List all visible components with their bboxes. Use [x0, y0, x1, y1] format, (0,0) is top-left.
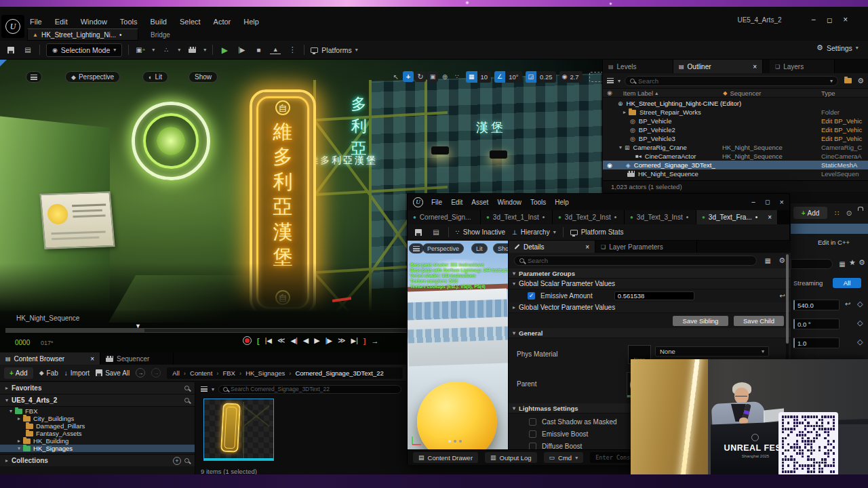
gear-icon[interactable]: ⚙	[778, 256, 785, 265]
tree-item-damaged-pillars[interactable]: Damaged_Pillars	[0, 422, 195, 430]
tab-outliner[interactable]: ▤Outliner ×	[673, 60, 763, 73]
loop-start-icon[interactable]: [	[257, 337, 260, 345]
search-icon[interactable]	[184, 458, 189, 463]
platform-stats-button[interactable]: Platform Stats	[570, 228, 624, 236]
gear-icon[interactable]: ⚙	[857, 77, 864, 85]
cb-save-all-button[interactable]: Save All	[96, 369, 130, 377]
close-icon[interactable]: ×	[780, 198, 784, 206]
tree-item-fantasy-assets[interactable]: Fantasy_Assets	[0, 430, 195, 437]
tab-layers[interactable]: ❏Layers	[770, 60, 835, 73]
rotation-snap-toggle[interactable]: ∠ 10°	[494, 71, 521, 83]
cinematics-icon[interactable]	[186, 45, 197, 56]
grid-snap-toggle[interactable]: ▦ 10	[466, 71, 491, 83]
play-reverse-button[interactable]: ◀	[303, 336, 309, 345]
bridge-tab[interactable]: Bridge	[145, 28, 176, 41]
surface-snap-icon[interactable]: ∵	[452, 71, 462, 82]
menu-tools[interactable]: Tools	[530, 199, 546, 206]
settings-dropdown[interactable]: ⚙ Settings▾	[816, 43, 859, 52]
save-sibling-button[interactable]: Save Sibling	[673, 316, 728, 326]
rotate-tool-icon[interactable]: ↻	[415, 71, 426, 82]
preview-perspective-button[interactable]: Perspective	[422, 243, 464, 253]
step-forward-button[interactable]: |▶	[326, 337, 332, 344]
reset-icon[interactable]: ↩	[780, 292, 785, 300]
tree-item-hk-signages[interactable]: ▾HK_Signages	[0, 445, 195, 452]
selection-mode-dropdown[interactable]: ◉ Selection Mode▾	[46, 43, 122, 57]
add-actor-icon[interactable]: ▣+	[135, 45, 146, 56]
restore-icon[interactable]: ◻	[765, 199, 770, 205]
hierarchy-dropdown[interactable]: ⊥ Hierarchy▾	[512, 228, 556, 236]
platforms-dropdown[interactable]: Platforms▾	[311, 46, 357, 54]
menu-window[interactable]: Window	[497, 199, 521, 206]
tab-3d-text-1[interactable]: ● 3d_Text_1_Inst•	[481, 210, 553, 224]
cb-import-button[interactable]: ↓Import	[64, 369, 90, 377]
menu-asset[interactable]: Asset	[471, 199, 488, 206]
outliner-row-world[interactable]: ⊕ HK_Street_Lighting_Night-CINE (Editor)	[603, 99, 868, 108]
chevron-down-icon[interactable]: ▾	[203, 47, 206, 53]
keyframe-diamond-icon[interactable]: ◇	[857, 300, 863, 308]
selected-component-row[interactable]	[791, 224, 868, 234]
outliner-row-bp2[interactable]: ◎ BP_Vehicle2 Edit BP_Vehic	[603, 125, 868, 134]
add-collection-icon[interactable]: +	[173, 457, 181, 465]
tab-3d-text-frame[interactable]: ● 3d_Text_Fra...• ×	[696, 210, 778, 224]
outliner-row-folder[interactable]: ▸ Street_Repair_Works Folder	[603, 108, 868, 117]
skip-button[interactable]: |▶	[236, 45, 247, 56]
section-parameter-groups[interactable]: ▾Parameter Groups	[509, 268, 791, 279]
next-key-button[interactable]: ≫	[338, 336, 346, 345]
to-start-button[interactable]: |◀	[265, 337, 272, 344]
menu-actor[interactable]: Actor	[214, 18, 231, 26]
close-icon[interactable]: ×	[843, 15, 848, 24]
menu-tools[interactable]: Tools	[120, 18, 138, 26]
all-filter-button[interactable]: All	[833, 278, 861, 288]
location-field[interactable]: 540.0	[793, 300, 840, 310]
mat-preview-viewport[interactable]: Perspective Lit Sho Base pass shader: 31…	[408, 241, 508, 449]
restore-icon[interactable]: ◻	[827, 16, 832, 24]
mat-titlebar[interactable]: U File Edit Asset Window Tools Help − ◻ …	[408, 194, 789, 210]
tab-details[interactable]: Details ×	[509, 241, 595, 253]
preview-show-button[interactable]: Sho	[493, 243, 508, 253]
play-button[interactable]: ▶	[219, 45, 230, 56]
info-icon[interactable]: ⊙	[844, 207, 854, 218]
star-icon[interactable]: ★	[849, 258, 856, 267]
play-options-icon[interactable]: ⋮	[287, 45, 298, 56]
preview-lit-button[interactable]: Lit	[471, 243, 488, 253]
jump-icon[interactable]: →	[372, 337, 379, 345]
save-icon[interactable]	[413, 227, 424, 238]
section-general[interactable]: ▾General	[509, 328, 791, 338]
outliner-row-selected[interactable]: ◉ ◈ Cornered_Signage_3DText_ StaticMeshA	[603, 161, 868, 169]
preview-nav-dots[interactable]	[448, 440, 462, 443]
loop-end-icon[interactable]: ]	[363, 337, 366, 345]
tab-sequencer[interactable]: Sequencer	[100, 352, 174, 365]
tab-3d-text-2[interactable]: ● 3d_Text_2_Inst•	[553, 210, 625, 224]
phys-material-dropdown[interactable]: None▾	[655, 346, 769, 357]
prev-key-button[interactable]: ≪	[277, 336, 285, 345]
checkbox[interactable]	[529, 430, 536, 438]
cb-add-button[interactable]: +Add	[4, 367, 33, 379]
outliner-row-bp3[interactable]: ◎ BP_Vehicle3 Edit BP_Vehic	[603, 134, 868, 143]
content-drawer-button[interactable]: ▤ Content Drawer	[413, 452, 478, 463]
minimize-icon[interactable]: −	[751, 198, 755, 206]
nav-back-button[interactable]: →	[136, 368, 145, 378]
tab-3d-text-3[interactable]: ● 3d_Text_3_Inst•	[625, 210, 696, 224]
show-inactive-toggle[interactable]: ∵ Show Inactive	[456, 228, 505, 236]
add-component-button[interactable]: +Add	[793, 207, 827, 219]
tab-cornered-sign[interactable]: ● Cornered_Sign...	[408, 210, 481, 224]
filter-icon[interactable]	[607, 78, 614, 83]
perspective-button[interactable]: ◆ Perspective	[65, 71, 120, 83]
rotation-field[interactable]: 0.0 °	[793, 319, 840, 329]
chevron-down-icon[interactable]: ▾	[152, 47, 155, 53]
close-icon[interactable]: ×	[585, 243, 589, 251]
play-forward-button[interactable]: ▶	[314, 336, 319, 345]
favorites-row[interactable]: ▸Favorites	[0, 382, 195, 394]
tree-item-hk-building[interactable]: ▸HK_Building	[0, 437, 195, 445]
breadcrumb[interactable]: All› Content› FBX› HK_Signages› Cornered…	[167, 367, 403, 379]
menu-file[interactable]: File	[30, 18, 42, 26]
menu-build[interactable]: Build	[151, 18, 167, 26]
section-global-scalar[interactable]: ▾Global Scalar Parameter Values	[509, 279, 791, 289]
stop-button[interactable]: ■	[253, 45, 264, 56]
tab-layer-parameters[interactable]: ❏ Layer Parameters	[595, 241, 697, 253]
record-button[interactable]	[243, 336, 252, 345]
collections-row[interactable]: ▸Collections +	[0, 454, 195, 466]
scale-tool-icon[interactable]: ▣	[427, 71, 438, 82]
cb-fab-button[interactable]: ◆Fab	[39, 369, 58, 377]
world-space-icon[interactable]: ⊕	[439, 71, 450, 82]
